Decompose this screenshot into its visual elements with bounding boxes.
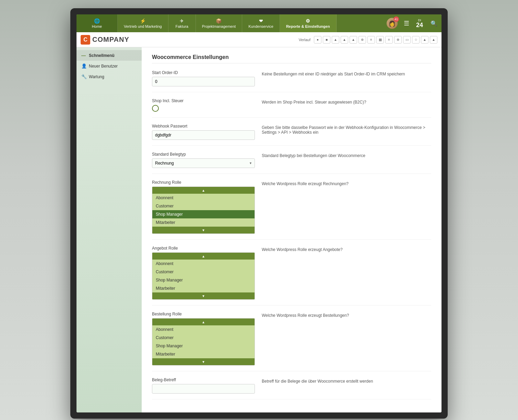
- wrench-icon: 🔧: [81, 74, 86, 79]
- nav-item-kundenservice[interactable]: ❤ Kundenservice: [242, 14, 280, 32]
- form-row-start-order-id: Start Order-ID Keine Bestellungen mit ei…: [152, 70, 431, 92]
- verlauf-icon-8[interactable]: ▦: [376, 36, 384, 44]
- multiselect-item-shopmanager-b[interactable]: Shop Manager: [152, 342, 255, 350]
- multiselect-bestellung-rolle: ▲ Abonnent Customer Shop Manager Mitarbe…: [152, 318, 255, 365]
- nav-item-vertrieb[interactable]: ⚡ Vertrieb und Marketing: [118, 14, 168, 32]
- form-row-belegtyp: Standard Belegtyp Rechnung Angebot Beste…: [152, 152, 431, 174]
- scroll-down-rechnung[interactable]: ▼: [152, 227, 255, 233]
- chevron-down-icon: —: [81, 53, 86, 58]
- nav-right-area: 👩 41 ☰ DI 24 🔍: [384, 14, 442, 32]
- multiselect-item-mitarbeiter-a[interactable]: Mitarbeiter: [152, 284, 255, 292]
- monitor: 🌐 Home ⚡ Vertrieb und Marketing ✈ Faktur…: [70, 8, 448, 419]
- input-webhook-passwort[interactable]: [152, 130, 255, 140]
- form-row-shop-steuer: Shop Incl. Steuer Werden im Shop Preise …: [152, 98, 431, 118]
- gear-icon: ⚙: [306, 18, 310, 24]
- multiselect-rechnung-rolle: ▲ Abonnent Customer Shop Manager Mitarbe…: [152, 187, 255, 234]
- toggle-shop-steuer[interactable]: [152, 105, 159, 112]
- label-rechnung-rolle: Rechnung Rolle: [152, 180, 255, 185]
- multiselect-angebot-rolle: ▲ Abonnent Customer Shop Manager Mitarbe…: [152, 252, 255, 300]
- multiselect-item-mitarbeiter-b[interactable]: Mitarbeiter: [152, 350, 255, 358]
- sidebar: — Schnellmenü 👤 Neuer Benutzer 🔧 Wartung: [76, 47, 142, 412]
- form-left-bestellung-rolle: Bestellung Rolle ▲ Abonnent Customer Sho…: [152, 312, 262, 365]
- box-icon: 📦: [216, 18, 222, 24]
- verlauf-icon-6[interactable]: ⊕: [358, 36, 366, 44]
- verlauf-icon-5[interactable]: ▲: [350, 36, 357, 44]
- company-name: COMPANY: [92, 36, 129, 44]
- verlauf-label: Verlauf: [299, 38, 310, 42]
- label-beleg-betreff: Beleg-Betreff: [152, 377, 255, 382]
- sidebar-item-wartung[interactable]: 🔧 Wartung: [76, 71, 142, 82]
- form-row-beleg-betreff: Beleg-Betreff Betreff für die Belege die…: [152, 377, 431, 399]
- nav-vertrieb-label: Vertrieb und Marketing: [124, 24, 162, 28]
- verlauf-icon-13[interactable]: ▲: [421, 36, 428, 44]
- logo-letter: C: [83, 37, 87, 43]
- verlauf-icon-4[interactable]: ▲: [341, 36, 348, 44]
- date-box: DI 24: [413, 19, 426, 28]
- input-start-order-id[interactable]: [152, 77, 255, 86]
- verlauf-icon-14[interactable]: ▲: [430, 36, 437, 44]
- day-number: 24: [416, 22, 423, 28]
- nav-faktura-label: Faktura: [176, 24, 188, 28]
- toggle-inner: [154, 107, 157, 110]
- scroll-up-bestellung[interactable]: ▲: [152, 319, 255, 325]
- select-wrap-belegtyp: Rechnung Angebot Bestellung: [152, 158, 255, 168]
- form-left-rechnung-rolle: Rechnung Rolle ▲ Abonnent Customer Shop …: [152, 180, 262, 234]
- sidebar-item-schnellmenu[interactable]: — Schnellmenü: [76, 50, 142, 61]
- logo-icon: C: [81, 35, 90, 45]
- verlauf-icon-7[interactable]: ≡: [367, 36, 375, 44]
- multiselect-item-customer-b[interactable]: Customer: [152, 334, 255, 342]
- verlauf-icon-11[interactable]: ▭: [403, 36, 411, 44]
- plane-icon: ✈: [180, 18, 184, 24]
- scroll-up-angebot[interactable]: ▲: [152, 253, 255, 260]
- notification-badge: 41: [393, 16, 399, 22]
- verlauf-icon-3[interactable]: ▲: [332, 36, 339, 44]
- globe-icon: 🌐: [94, 18, 100, 24]
- label-start-order-id: Start Order-ID: [152, 70, 255, 75]
- scroll-up-rechnung[interactable]: ▲: [152, 187, 255, 194]
- verlauf-icon-1[interactable]: ●: [314, 36, 321, 44]
- scroll-down-angebot[interactable]: ▼: [152, 292, 255, 299]
- multiselect-item-mitarbeiter-r[interactable]: Mitarbeiter: [152, 218, 255, 227]
- multiselect-item-customer-r[interactable]: Customer: [152, 202, 255, 210]
- multiselect-item-abonnent-r[interactable]: Abonnent: [152, 194, 255, 202]
- form-left-webhook: Webhook Passwort: [152, 124, 262, 140]
- sidebar-item-neuer-benutzer[interactable]: 👤 Neuer Benutzer: [76, 61, 142, 71]
- multiselect-item-customer-a[interactable]: Customer: [152, 268, 255, 276]
- sidebar-wartung-label: Wartung: [89, 74, 104, 79]
- form-left-shop-steuer: Shop Incl. Steuer: [152, 98, 262, 112]
- verlauf-icon-2[interactable]: ■: [323, 36, 330, 44]
- multiselect-item-abonnent-b[interactable]: Abonnent: [152, 325, 255, 334]
- input-beleg-betreff[interactable]: [152, 384, 255, 394]
- multiselect-item-abonnent-a[interactable]: Abonnent: [152, 260, 255, 268]
- select-belegtyp[interactable]: Rechnung Angebot Bestellung: [152, 158, 255, 168]
- avatar-wrap[interactable]: 👩 41: [387, 18, 398, 29]
- verlauf-icon-10[interactable]: ⊕: [394, 36, 402, 44]
- sidebar-benutzer-label: Neuer Benutzer: [89, 64, 118, 69]
- second-bar: C COMPANY Verlauf ● ■ ▲ ▲ ▲ ⊕ ≡ ▦ ≡ ⊕ ▭: [76, 32, 442, 47]
- nav-item-settings[interactable]: ⚙ Reporte & Einstellungen: [280, 14, 337, 32]
- desc-rechnung-rolle: Welche Wordpress Rolle erzeugt Rechnunge…: [262, 180, 431, 186]
- nav-item-projektmanagement[interactable]: 📦 Projektmanagement: [196, 14, 242, 32]
- label-webhook: Webhook Passwort: [152, 124, 255, 129]
- nav-item-home[interactable]: 🌐 Home: [76, 14, 118, 32]
- form-left-belegtyp: Standard Belegtyp Rechnung Angebot Beste…: [152, 152, 262, 168]
- top-navigation: 🌐 Home ⚡ Vertrieb und Marketing ✈ Faktur…: [76, 14, 442, 32]
- nav-home-label: Home: [92, 24, 102, 28]
- verlauf-icon-9[interactable]: ≡: [385, 36, 393, 44]
- multiselect-item-shopmanager-r[interactable]: Shop Manager: [152, 210, 255, 218]
- search-icon[interactable]: 🔍: [426, 20, 442, 27]
- lightning-icon: ⚡: [140, 18, 146, 24]
- nav-settings-label: Reporte & Einstellungen: [286, 24, 330, 28]
- heart-icon: ❤: [259, 18, 263, 24]
- scroll-down-bestellung[interactable]: ▼: [152, 358, 255, 365]
- nav-item-faktura[interactable]: ✈ Faktura: [168, 14, 196, 32]
- toggle-wrap-shop-steuer: [152, 105, 255, 112]
- main-layout: — Schnellmenü 👤 Neuer Benutzer 🔧 Wartung…: [76, 47, 442, 412]
- label-belegtyp: Standard Belegtyp: [152, 152, 255, 157]
- verlauf-icon-12[interactable]: ☆: [412, 36, 420, 44]
- desc-webhook: Geben Sie bitte dasselbe Passwort wie in…: [262, 124, 431, 135]
- form-row-bestellung-rolle: Bestellung Rolle ▲ Abonnent Customer Sho…: [152, 312, 431, 371]
- label-bestellung-rolle: Bestellung Rolle: [152, 312, 255, 316]
- multiselect-item-shopmanager-a[interactable]: Shop Manager: [152, 276, 255, 284]
- hamburger-menu-icon[interactable]: ☰: [400, 20, 413, 27]
